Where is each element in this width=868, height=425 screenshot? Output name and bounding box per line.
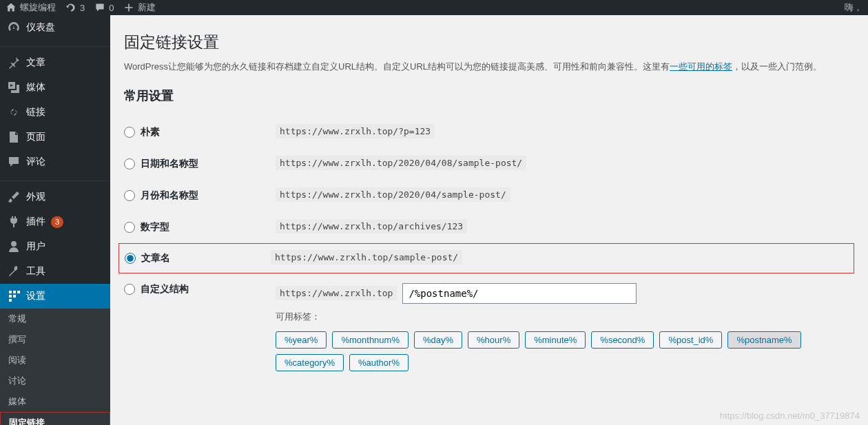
page-title: 固定链接设置 [124,32,854,53]
option-postname-label[interactable]: 文章名 [119,252,271,265]
radio-day-name[interactable] [124,158,135,169]
tag-day[interactable]: %day% [414,331,462,349]
menu-media[interactable]: 媒体 [0,75,110,100]
tag-author[interactable]: %author% [349,354,409,371]
new-label: 新建 [138,1,156,14]
option-custom-label[interactable]: 自定义结构 [124,283,276,296]
tag-postname[interactable]: %postname% [727,331,800,349]
url-postname: https://www.zrxlh.top/sample-post/ [271,250,462,265]
radio-plain[interactable] [124,127,135,138]
menu-label: 设置 [26,290,45,302]
menu-tools[interactable]: 工具 [0,259,110,284]
menu-label: 工具 [26,265,45,278]
toolbar-comments[interactable]: 0 [94,2,114,13]
submenu-general[interactable]: 常规 [0,309,110,329]
tag-monthnum[interactable]: %monthnum% [332,331,409,349]
option-postname: 文章名 https://www.zrxlh.top/sample-post/ [118,243,854,273]
comment-icon [7,155,21,169]
menu-appearance[interactable]: 外观 [0,185,110,209]
menu-settings[interactable]: 设置 [0,284,110,309]
admin-sidebar: 仪表盘 文章 媒体 链接 页面 评论 外观 插件3 用户 工具 设置 常规 撰写… [0,15,110,425]
menu-dashboard[interactable]: 仪表盘 [0,15,110,40]
submenu-permalinks[interactable]: 固定链接 [0,412,110,425]
submenu-reading[interactable]: 阅读 [0,350,110,371]
menu-label: 链接 [26,106,45,118]
page-description: WordPress让您能够为您的永久链接和存档建立自定义URL结构。自定义URL… [124,60,854,74]
settings-icon [7,289,21,303]
svg-rect-1 [9,299,12,302]
radio-postname[interactable] [125,253,136,264]
option-plain: 朴素 https://www.zrxlh.top/?p=123 [124,116,854,148]
toolbar-greeting[interactable]: 嗨， [845,1,862,14]
tag-buttons: %year% %monthnum% %day% %hour% %minute% … [276,331,854,371]
available-tags-label: 可用标签： [276,311,854,323]
menu-label: 媒体 [26,81,45,94]
menu-label: 插件 [26,216,45,228]
greeting-text: 嗨， [845,1,862,14]
common-settings-heading: 常用设置 [124,87,854,104]
tag-second[interactable]: %second% [591,331,654,349]
plus-icon [123,2,134,13]
svg-rect-0 [9,295,12,298]
option-plain-label[interactable]: 朴素 [124,126,276,138]
submenu-writing[interactable]: 撰写 [0,329,110,350]
comment-icon [94,2,105,13]
toolbar-new[interactable]: 新建 [123,1,156,14]
tag-category[interactable]: %category% [276,354,344,371]
brush-icon [7,190,21,204]
dashboard-icon [7,21,21,34]
link-icon [7,105,21,119]
radio-month-name[interactable] [124,190,135,201]
option-month-name-label[interactable]: 月份和名称型 [124,189,276,202]
custom-prefix: https://www.zrxlh.top [276,286,397,300]
pin-icon [7,56,21,70]
toolbar-updates[interactable]: 3 [65,2,85,13]
site-name: 螺旋编程 [20,1,56,14]
menu-label: 评论 [26,156,45,168]
tag-hour[interactable]: %hour% [468,331,519,349]
menu-plugins[interactable]: 插件3 [0,209,110,234]
tags-link[interactable]: 一些可用的标签 [670,61,732,72]
custom-structure-input[interactable] [402,283,637,304]
toolbar-site[interactable]: 螺旋编程 [6,1,56,14]
menu-posts[interactable]: 文章 [0,50,110,75]
option-day-name: 日期和名称型 https://www.zrxlh.top/2020/04/08/… [124,148,854,180]
plugin-icon [7,215,21,229]
menu-pages[interactable]: 页面 [0,125,110,149]
tag-minute[interactable]: %minute% [525,331,586,349]
media-icon [7,81,21,94]
update-icon [65,2,76,13]
plugin-badge: 3 [51,216,63,228]
comments-count: 0 [109,3,114,13]
radio-custom[interactable] [124,284,135,295]
url-numeric: https://www.zrxlh.top/archives/123 [276,219,467,234]
option-numeric-label[interactable]: 数字型 [124,221,276,234]
updates-count: 3 [80,3,85,13]
tools-icon [7,265,21,278]
user-icon [7,240,21,253]
tag-year[interactable]: %year% [276,331,327,349]
url-month-name: https://www.zrxlh.top/2020/04/sample-pos… [276,187,510,202]
svg-rect-2 [13,295,16,298]
main-content: 固定链接设置 WordPress让您能够为您的永久链接和存档建立自定义URL结构… [110,15,868,425]
option-numeric: 数字型 https://www.zrxlh.top/archives/123 [124,211,854,243]
settings-submenu: 常规 撰写 阅读 讨论 媒体 固定链接 [0,309,110,425]
svg-rect-4 [13,291,16,293]
menu-label: 页面 [26,131,45,143]
menu-label: 外观 [26,191,45,203]
radio-numeric[interactable] [124,222,135,233]
svg-rect-3 [9,291,12,293]
submenu-media[interactable]: 媒体 [0,391,110,412]
option-custom: 自定义结构 https://www.zrxlh.top 可用标签： %year%… [124,273,854,381]
menu-comments[interactable]: 评论 [0,149,110,174]
tag-post-id[interactable]: %post_id% [659,331,722,349]
url-plain: https://www.zrxlh.top/?p=123 [276,124,435,138]
option-month-name: 月份和名称型 https://www.zrxlh.top/2020/04/sam… [124,180,854,211]
menu-label: 文章 [26,56,45,69]
menu-label: 用户 [26,240,45,253]
option-day-name-label[interactable]: 日期和名称型 [124,158,276,170]
admin-toolbar: 螺旋编程 3 0 新建 嗨， [0,0,868,15]
submenu-discussion[interactable]: 讨论 [0,371,110,391]
menu-links[interactable]: 链接 [0,100,110,125]
menu-users[interactable]: 用户 [0,234,110,259]
